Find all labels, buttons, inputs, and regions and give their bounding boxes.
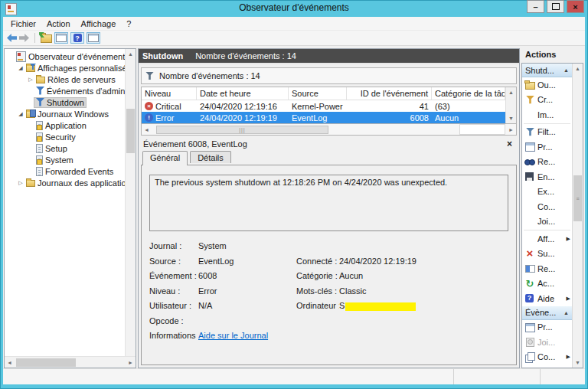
menu-[interactable]: ? [121,18,136,29]
action-filt[interactable]: Filt... [522,125,572,140]
event-message-box[interactable]: The previous system shutdown at 12:18:26… [149,175,508,231]
event-row-6008[interactable]: !Error24/04/2020 12:19:19EventLog6008Auc… [142,112,505,123]
scroll-up-arrow[interactable]: ▲ [573,64,583,74]
submenu-arrow-icon: ▶ [567,354,570,360]
scroll-down-arrow[interactable]: ▼ [573,358,583,368]
action-re[interactable]: Re... [522,261,572,276]
actions-group-header-shutd[interactable]: Shutd...▲ [522,64,572,77]
event-date: 24/04/2020 12:19:16 [197,102,289,111]
scroll-thumb[interactable] [126,109,135,153]
tree-item-security[interactable]: Security [5,131,136,142]
collapse-icon[interactable]: ◢ [17,65,24,71]
action-pr[interactable]: Pr... [522,139,572,155]
menu-action[interactable]: Action [41,18,76,29]
tree-item-forwarded-events[interactable]: Forwarded Events [5,165,136,177]
action-label: En... [537,172,555,181]
action-co[interactable]: Co...▶ [522,350,572,365]
actions-group-header-v-ne[interactable]: Évène...▲ [522,306,572,320]
field-value: S [339,299,508,314]
scroll-left-arrow[interactable]: ◄ [5,358,15,368]
close-button[interactable]: × [567,0,584,13]
action-su[interactable]: Su... [522,247,572,262]
tree-item-label: Observateur d'événements (SCC [28,52,136,61]
menu-affichage[interactable]: Affichage [76,18,122,29]
close-details-icon[interactable]: × [507,139,512,149]
scroll-up-arrow[interactable]: ▲ [506,87,516,97]
scroll-thumb[interactable] [16,358,76,367]
action-aff[interactable]: Aff...▶ [522,231,572,247]
action-aide[interactable]: Aide▶ [522,291,572,306]
field-label: Journal : [149,239,198,254]
column-header-date-et-heure[interactable]: Date et heure [197,87,289,100]
scroll-up-arrow[interactable]: ▲ [126,49,136,59]
show-action-pane-button[interactable] [87,32,100,44]
action-co[interactable]: Co... [522,199,572,214]
event-row-41[interactable]: ×Critical24/04/2020 12:19:16Kernel-Power… [142,100,505,112]
scroll-thumb[interactable]: ≡ [573,175,582,221]
column-header-source[interactable]: Source [289,87,347,100]
column-header-cat-gorie-de-la-t-che[interactable]: Catégorie de la tâche [432,87,505,100]
show-console-tree-button[interactable] [54,32,68,44]
action-en[interactable]: En... [522,169,572,185]
tree-horizontal-scrollbar[interactable]: ◄ ► [5,356,136,368]
submenu-arrow-icon: ▶ [567,296,570,302]
tree-item-shutdown[interactable]: Shutdown [5,96,136,108]
tree-item-content: Forwarded Events [34,167,115,176]
action-label: Joi... [537,338,555,347]
action-pr[interactable]: Pr... [522,320,572,335]
tree-item-setup[interactable]: Setup [5,142,136,154]
view-title: Shutdown [142,51,183,60]
tree-item-affichages-personnalis-s[interactable]: ◢Affichages personnalisés [5,62,136,74]
forward-arrow-icon[interactable] [19,34,29,42]
actions-scrollbar[interactable]: ▲ ≡ ▼ [572,64,583,368]
log-help-link[interactable]: Aide sur le Journal [198,329,296,344]
collapse-group-icon[interactable]: ▲ [564,310,569,315]
tree-item-system[interactable]: System [5,154,136,165]
action-im[interactable]: Im... [522,107,572,123]
field-spacer [296,239,339,254]
action-cr[interactable]: Cr... [522,93,572,108]
scroll-right-arrow[interactable]: ► [506,125,516,135]
back-arrow-icon[interactable] [7,34,17,42]
maximize-button[interactable] [547,0,564,13]
list-horizontal-scrollbar[interactable]: ◄ ||| ► [141,124,517,136]
action-label: Im... [537,110,554,119]
event-task-category: (63) [432,102,505,111]
scroll-thumb[interactable]: ||| [156,126,328,134]
field-value: Error [198,284,296,299]
collapse-icon[interactable]: ◢ [17,111,24,117]
action-ou[interactable]: Ou... [522,77,572,93]
minimize-button[interactable]: – [527,0,544,13]
action-ex[interactable]: Ex... [522,185,572,200]
tree-item-label: Rôles de serveurs [47,75,116,84]
tree-item-observateur-d-v-nements-scc[interactable]: Observateur d'événements (SCC [5,51,136,62]
field-row-informations: Informations :Aide sur le Journal [149,329,508,344]
folder-export-icon[interactable] [41,34,52,43]
tree-item-journaux-des-applications-et[interactable]: ▷Journaux des applications et [5,177,136,188]
tree-item-journaux-windows[interactable]: ◢Journaux Windows [5,108,136,119]
tree-vertical-scrollbar[interactable]: ▲ [125,49,136,357]
action-re[interactable]: Re... [522,155,572,170]
action-ac[interactable]: Ac... [522,276,572,292]
folder-icon [36,77,45,83]
column-header-niveau[interactable]: Niveau [142,87,197,100]
scroll-down-arrow[interactable]: ▼ [506,113,516,123]
rename-icon [524,263,535,273]
field-row-journal: Journal :System [149,239,508,254]
scroll-left-arrow[interactable]: ◄ [142,125,152,135]
tab-d-tails[interactable]: Détails [190,151,231,163]
tree-item-v-nements-d-administra[interactable]: Événements d'administra [5,85,136,96]
column-header-id-de-l-v-nement[interactable]: ID de l'événement [347,87,432,100]
tab-g-n-ral[interactable]: Général [142,151,188,165]
tree-item-application[interactable]: Application [5,119,136,131]
expand-icon[interactable]: ▷ [17,180,24,186]
field-value: Classic [339,284,508,299]
menu-fichier[interactable]: Fichier [5,18,41,29]
action-joi[interactable]: Joi... [522,214,572,230]
help-button[interactable]: ? [70,32,84,44]
tree-item-r-les-de-serveurs[interactable]: ▷Rôles de serveurs [5,74,136,85]
list-vertical-scrollbar[interactable]: ▲ ▼ [505,87,516,123]
expand-icon[interactable]: ▷ [27,77,34,83]
scroll-right-arrow[interactable]: ► [126,358,136,368]
collapse-group-icon[interactable]: ▲ [564,67,569,73]
